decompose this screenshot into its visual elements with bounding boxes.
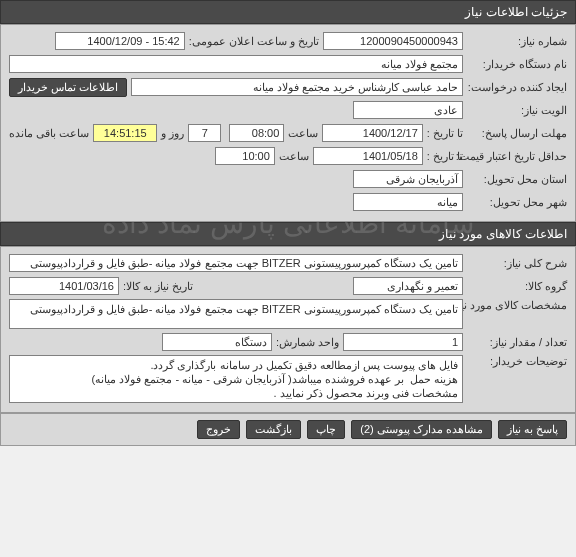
row-qty: تعداد / مقدار نیاز: 1 واحد شمارش: دستگاه — [9, 332, 567, 352]
row-city: شهر محل تحویل: میانه — [9, 192, 567, 212]
field-group: تعمیر و نگهداری — [353, 277, 463, 295]
field-qty: 1 — [343, 333, 463, 351]
label-city: شهر محل تحویل: — [467, 196, 567, 209]
label-summary: شرح کلی نیاز: — [467, 257, 567, 270]
label-to-date-1: تا تاریخ : — [427, 127, 463, 140]
field-days-left: 7 — [188, 124, 221, 142]
field-priority: عادی — [353, 101, 463, 119]
need-details-panel: شماره نیاز: 1200090450000943 تاریخ و ساع… — [0, 24, 576, 222]
print-button[interactable]: چاپ — [307, 420, 345, 439]
row-priority: الویت نیاز: عادی — [9, 100, 567, 120]
label-to-date-2: تا تاریخ : — [427, 150, 463, 163]
label-buyer-notes: توضیحات خریدار: — [467, 355, 567, 368]
field-summary: تامین یک دستگاه کمپرسورپیستونی BITZER جه… — [9, 254, 463, 272]
label-need-date: تاریخ نیاز به کالا: — [123, 280, 193, 293]
goods-info-panel: شرح کلی نیاز: تامین یک دستگاه کمپرسورپیس… — [0, 246, 576, 413]
view-attachments-button[interactable]: مشاهده مدارک پیوستی (2) — [351, 420, 492, 439]
goods-info-header: اطلاعات کالاهای مورد نیاز — [0, 222, 576, 246]
label-days-and: روز و — [161, 127, 184, 140]
label-province: استان محل تحویل: — [467, 173, 567, 186]
row-spec: مشخصات کالای مورد نیاز: تامین یک دستگاه … — [9, 299, 567, 329]
field-spec: تامین یک دستگاه کمپرسورپیستونی BITZER جه… — [9, 299, 463, 329]
row-price-validity: حداقل تاریخ اعتبار قیمت: تا تاریخ : 1401… — [9, 146, 567, 166]
reply-button[interactable]: پاسخ به نیاز — [498, 420, 567, 439]
field-validity-to-date: 1401/05/18 — [313, 147, 423, 165]
field-ann-datetime: 15:42 - 1400/12/09 — [55, 32, 185, 50]
exit-button[interactable]: خروج — [197, 420, 240, 439]
field-reply-time: 08:00 — [229, 124, 284, 142]
field-city: میانه — [353, 193, 463, 211]
label-group: گروه کالا: — [467, 280, 567, 293]
label-time-2: ساعت — [279, 150, 309, 163]
field-province: آذربایجان شرقی — [353, 170, 463, 188]
label-requester: ایجاد کننده درخواست: — [467, 81, 567, 94]
label-priority: الویت نیاز: — [467, 104, 567, 117]
back-button[interactable]: بازگشت — [246, 420, 301, 439]
label-ann-datetime: تاریخ و ساعت اعلان عمومی: — [189, 35, 319, 48]
field-buyer-notes: فایل های پیوست پس ازمطالعه دقیق تکمیل در… — [9, 355, 463, 403]
field-reply-to-date: 1400/12/17 — [322, 124, 422, 142]
row-requester: ایجاد کننده درخواست: حامد عباسی کارشناس … — [9, 77, 567, 97]
field-validity-time: 10:00 — [215, 147, 275, 165]
label-reply-deadline: مهلت ارسال پاسخ: — [467, 127, 567, 140]
row-province: استان محل تحویل: آذربایجان شرقی — [9, 169, 567, 189]
field-buyer-name: مجتمع فولاد میانه — [9, 55, 463, 73]
row-reply-deadline: مهلت ارسال پاسخ: تا تاریخ : 1400/12/17 س… — [9, 123, 567, 143]
need-details-header: جزئیات اطلاعات نیاز — [0, 0, 576, 24]
label-need-no: شماره نیاز: — [467, 35, 567, 48]
label-buyer-name: نام دستگاه خریدار: — [467, 58, 567, 71]
field-need-no: 1200090450000943 — [323, 32, 463, 50]
field-need-date: 1401/03/16 — [9, 277, 119, 295]
label-price-validity: حداقل تاریخ اعتبار قیمت: — [467, 150, 567, 163]
row-buyer-notes: توضیحات خریدار: فایل های پیوست پس ازمطال… — [9, 355, 567, 403]
label-spec: مشخصات کالای مورد نیاز: — [467, 299, 567, 312]
buyer-contact-button[interactable]: اطلاعات تماس خریدار — [9, 78, 127, 97]
row-buyer-name: نام دستگاه خریدار: مجتمع فولاد میانه — [9, 54, 567, 74]
row-need-no: شماره نیاز: 1200090450000943 تاریخ و ساع… — [9, 31, 567, 51]
label-time-remaining: ساعت باقی مانده — [9, 127, 89, 140]
label-qty: تعداد / مقدار نیاز: — [467, 336, 567, 349]
row-group: گروه کالا: تعمیر و نگهداری تاریخ نیاز به… — [9, 276, 567, 296]
action-bar: پاسخ به نیاز مشاهده مدارک پیوستی (2) چاپ… — [0, 413, 576, 446]
row-summary: شرح کلی نیاز: تامین یک دستگاه کمپرسورپیس… — [9, 253, 567, 273]
label-time-1: ساعت — [288, 127, 318, 140]
field-unit: دستگاه — [162, 333, 272, 351]
field-countdown: 14:51:15 — [93, 124, 157, 142]
label-unit: واحد شمارش: — [276, 336, 339, 349]
field-requester: حامد عباسی کارشناس خرید مجتمع فولاد میان… — [131, 78, 463, 96]
